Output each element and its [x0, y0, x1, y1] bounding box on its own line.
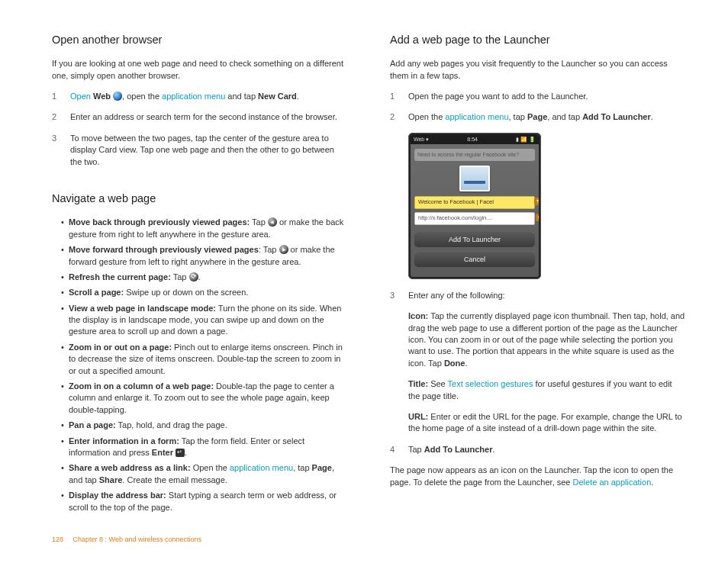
heading-open-another-browser: Open another browser	[52, 32, 347, 47]
l-step-1: Open Web , open the application menu and…	[52, 91, 347, 102]
app-menu-link-1[interactable]: application menu	[162, 92, 225, 101]
nav-zoom-col: Zoom in on a column of a web page: Doubl…	[61, 381, 347, 416]
title-tag: TITLE	[534, 198, 539, 205]
nav-pan: Pan a page: Tap, hold, and drag the page…	[61, 420, 347, 431]
url-desc: URL: Enter or edit the URL for the page.…	[390, 411, 685, 435]
status-tab: Web ▾	[414, 136, 429, 143]
app-menu-link-2[interactable]: application menu	[230, 463, 293, 472]
outro: The page now appears as an icon on the L…	[390, 465, 685, 488]
status-time: 8:54	[467, 136, 478, 143]
refresh-icon	[189, 272, 198, 282]
web-icon	[113, 92, 122, 101]
nav-addressbar: Display the address bar: Start typing a …	[61, 490, 347, 513]
back-icon	[268, 217, 277, 227]
forward-icon	[279, 245, 288, 254]
l-step-2: Enter an address or search term for the …	[52, 111, 347, 123]
nav-form: Enter information in a form: Tap the for…	[61, 436, 347, 459]
page-thumb	[459, 166, 490, 191]
nav-zoom: Zoom in or out on a page: Pinch out to e…	[61, 342, 347, 377]
nav-forward: Move forward through previously viewed p…	[61, 244, 347, 268]
intro-open: If you are looking at one web page and n…	[52, 58, 347, 82]
web-label: Web	[93, 92, 111, 101]
app-menu-link-3[interactable]: application menu	[445, 112, 508, 121]
r-step-3: Enter any of the following:	[390, 290, 685, 301]
heading-add-launcher: Add a web page to the Launcher	[390, 32, 685, 47]
r-step-1: Open the page you want to add to the Lau…	[390, 91, 685, 102]
page-footer: 128 Chapter 8 : Web and wireless connect…	[52, 536, 201, 543]
r-step-2: Open the application menu, tap Page, and…	[390, 111, 685, 123]
icon-desc: Icon: Tap the currently displayed page i…	[390, 310, 685, 369]
l-step-3: To move between the two pages, tap the c…	[52, 133, 347, 168]
title-desc: Title: See Text selection gestures for u…	[390, 378, 685, 402]
status-bar: Web ▾ 8:54 ▮📶🔋	[411, 135, 539, 144]
nav-back: Move back through previously viewed page…	[61, 217, 347, 240]
url-tag: URL	[536, 214, 539, 221]
nav-landscape: View a web page in landscape mode: Turn …	[61, 303, 347, 338]
r-step-4: Tap Add To Launcher.	[390, 444, 685, 455]
heading-navigate: Navigate a web page	[52, 191, 347, 206]
chapter-label: Chapter 8 : Web and wireless connections	[73, 536, 201, 543]
enter-key-icon	[176, 449, 185, 457]
add-to-launcher-button[interactable]: Add To Launcher	[414, 231, 535, 247]
nav-scroll: Scroll a page: Swipe up or down on the s…	[61, 287, 347, 298]
delete-app-link[interactable]: Delete an application	[573, 478, 652, 487]
nav-refresh: Refresh the current page: Tap .	[61, 272, 347, 283]
open-link[interactable]: Open	[70, 92, 91, 101]
cancel-button[interactable]: Cancel	[414, 251, 535, 267]
status-icons: ▮📶🔋	[516, 136, 536, 143]
page-hint: Need to access the regular Facebook site…	[414, 149, 535, 161]
title-field[interactable]: Welcome to Facebook | Facel TITLE	[414, 196, 535, 209]
nav-share: Share a web address as a link: Open the …	[61, 462, 347, 486]
page-number: 128	[52, 536, 63, 543]
phone-screenshot: Web ▾ 8:54 ▮📶🔋 Need to access the regula…	[408, 133, 541, 279]
intro-add: Add any web pages you visit frequently t…	[390, 58, 685, 82]
text-selection-link[interactable]: Text selection gestures	[448, 379, 533, 388]
url-field[interactable]: http://x.facebook.com/login.... URL	[414, 212, 535, 225]
